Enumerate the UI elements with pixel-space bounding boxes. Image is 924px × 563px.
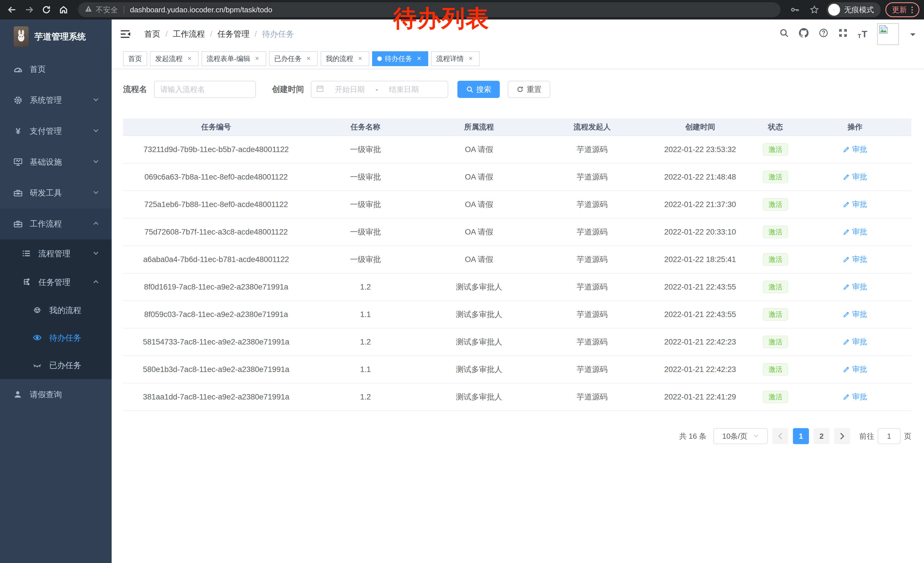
approve-link[interactable]: 审批 <box>843 282 867 292</box>
cell-task-name: 一级审批 <box>309 163 422 191</box>
sidebar-item-devtools[interactable]: 研发工具 <box>0 177 112 209</box>
cell-created: 2022-01-21 22:42:23 <box>648 356 752 383</box>
goto-label: 前往 <box>859 431 874 441</box>
page-size-select[interactable]: 10条/页 <box>713 428 768 444</box>
status-badge: 激活 <box>763 226 788 238</box>
tab-start-process[interactable]: 发起流程× <box>150 51 199 66</box>
caret-down-icon[interactable] <box>910 29 916 39</box>
process-name-input[interactable] <box>154 81 256 98</box>
tab-done-tasks[interactable]: 已办任务× <box>269 51 318 66</box>
cell-process: 测试多审批人 <box>422 356 536 383</box>
table-row: 75d72608-7b7f-11ec-a3c8-acde48001122 一级审… <box>123 218 911 246</box>
table-row: 069c6a63-7b8a-11ec-8ef0-acde48001122 一级审… <box>123 163 911 191</box>
date-range-picker[interactable]: - <box>311 81 448 98</box>
breadcrumb-workflow[interactable]: 工作流程 <box>173 29 205 39</box>
home-icon[interactable] <box>56 2 71 17</box>
pencil-icon <box>843 173 850 180</box>
tab-todo-tasks[interactable]: 待办任务× <box>372 51 428 66</box>
close-icon[interactable]: × <box>186 55 194 63</box>
goto-page-input[interactable] <box>878 428 900 444</box>
back-arrow-icon[interactable] <box>4 2 20 17</box>
next-page-button[interactable] <box>834 428 850 444</box>
table-row: 725a1eb6-7b88-11ec-8ef0-acde48001122 一级审… <box>123 191 911 218</box>
close-icon[interactable]: × <box>415 55 423 63</box>
table-row: 73211d9d-7b9b-11ec-b5b7-acde48001122 一级审… <box>123 136 911 163</box>
breadcrumb-home[interactable]: 首页 <box>144 29 160 39</box>
search-icon[interactable] <box>779 28 789 40</box>
approve-link[interactable]: 审批 <box>843 337 867 347</box>
github-icon[interactable] <box>799 28 809 41</box>
help-icon[interactable] <box>819 28 828 40</box>
close-icon[interactable]: × <box>466 55 475 63</box>
close-icon[interactable]: × <box>253 55 261 63</box>
table-row: 8f0d1619-7ac8-11ec-a9e2-a2380e71991a 1.2… <box>123 273 911 301</box>
approve-link[interactable]: 审批 <box>843 227 867 237</box>
cell-starter: 芋道源码 <box>536 136 648 163</box>
star-icon[interactable] <box>807 2 822 17</box>
cell-starter: 芋道源码 <box>536 218 648 246</box>
tab-process-detail[interactable]: 流程详情× <box>431 51 480 66</box>
chevron-down-icon <box>93 96 99 105</box>
sidebar-item-home[interactable]: 首页 <box>0 54 112 85</box>
end-date-input[interactable] <box>379 85 429 94</box>
cell-task-id: 580e1b3d-7ac8-11ec-a9e2-a2380e71991a <box>123 356 309 383</box>
app-logo[interactable]: 芋道管理系统 <box>0 20 112 54</box>
security-label[interactable]: 不安全 <box>96 5 118 15</box>
cell-process: OA 请假 <box>422 163 536 191</box>
tasks-table: 任务编号 任务名称 所属流程 流程发起人 创建时间 状态 操作 73211d9d… <box>123 119 911 411</box>
sidebar-item-task-mgmt[interactable]: 任务管理 <box>0 268 112 297</box>
sidebar-item-infra[interactable]: 基础设施 <box>0 147 112 177</box>
approve-link[interactable]: 审批 <box>843 172 867 182</box>
prev-page-button[interactable] <box>772 428 788 444</box>
approve-link[interactable]: 审批 <box>843 199 867 209</box>
sidebar-item-my-process[interactable]: 我的流程 <box>0 297 112 324</box>
more-vertical-icon[interactable] <box>911 7 913 13</box>
sidebar-item-workflow[interactable]: 工作流程 <box>0 209 112 239</box>
approve-link[interactable]: 审批 <box>843 392 867 402</box>
sidebar-item-payment[interactable]: ¥ 支付管理 <box>0 116 112 147</box>
fullscreen-icon[interactable] <box>838 28 848 40</box>
close-icon[interactable]: × <box>356 55 364 63</box>
search-button[interactable]: 搜索 <box>458 81 500 98</box>
sidebar-item-leave-query[interactable]: 请假查询 <box>0 379 112 410</box>
sidebar-item-done-tasks[interactable]: 已办任务 <box>0 352 112 379</box>
sidebar-item-process-mgmt[interactable]: 流程管理 <box>0 239 112 268</box>
incognito-label: 无痕模式 <box>844 5 874 15</box>
sidebar-collapse-icon[interactable] <box>120 29 130 39</box>
key-icon[interactable] <box>788 2 802 17</box>
table-row: 580e1b3d-7ac8-11ec-a9e2-a2380e71991a 1.1… <box>123 356 911 383</box>
update-button[interactable]: 更新 <box>885 2 920 17</box>
reset-button[interactable]: 重置 <box>508 81 550 98</box>
cell-process: 测试多审批人 <box>422 301 536 328</box>
approve-link[interactable]: 审批 <box>843 144 867 155</box>
url-bar[interactable]: 不安全 dashboard.yudao.iocoder.cn/bpm/task/… <box>78 2 781 17</box>
approve-link[interactable]: 审批 <box>843 254 867 264</box>
page-unit-label: 页 <box>904 431 911 441</box>
cell-task-id: 8f059c03-7ac8-11ec-a9e2-a2380e71991a <box>123 301 309 328</box>
forward-arrow-icon[interactable] <box>22 2 37 17</box>
cell-task-name: 一级审批 <box>309 246 422 273</box>
chevron-down-icon <box>93 188 99 198</box>
sidebar-item-system[interactable]: 系统管理 <box>0 85 112 116</box>
tab-home[interactable]: 首页 <box>123 51 147 66</box>
font-size-icon[interactable]: TT <box>858 29 867 39</box>
cell-task-id: 58154733-7ac8-11ec-a9e2-a2380e71991a <box>123 328 309 356</box>
avatar[interactable] <box>877 23 899 45</box>
cell-starter: 芋道源码 <box>536 301 648 328</box>
cell-process: 测试多审批人 <box>422 328 536 356</box>
breadcrumb-task-mgmt[interactable]: 任务管理 <box>218 29 250 39</box>
page-button-1[interactable]: 1 <box>793 428 809 444</box>
close-icon[interactable]: × <box>304 55 313 63</box>
tab-form-edit[interactable]: 流程表单-编辑× <box>201 51 266 66</box>
tab-my-process[interactable]: 我的流程× <box>321 51 369 66</box>
cell-task-name: 1.1 <box>309 301 422 328</box>
approve-link[interactable]: 审批 <box>843 309 867 319</box>
page-button-2[interactable]: 2 <box>813 428 830 444</box>
col-process: 所属流程 <box>422 119 536 136</box>
reload-icon[interactable] <box>39 2 54 17</box>
approve-link[interactable]: 审批 <box>843 364 867 374</box>
sidebar-item-todo-tasks[interactable]: 待办任务 <box>0 324 112 352</box>
col-starter: 流程发起人 <box>536 119 648 136</box>
status-badge: 激活 <box>763 336 788 348</box>
start-date-input[interactable] <box>325 85 374 94</box>
